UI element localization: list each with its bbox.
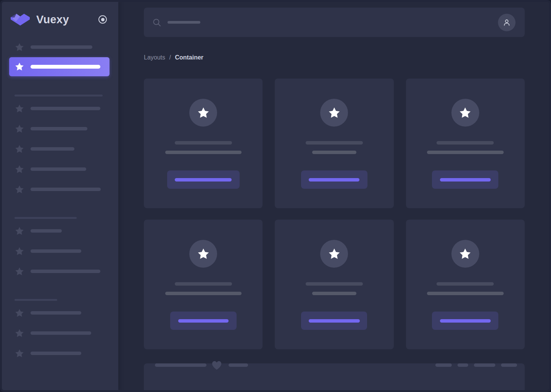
star-icon bbox=[197, 106, 210, 119]
sidebar-item[interactable] bbox=[2, 37, 118, 57]
menu-label-placeholder bbox=[31, 107, 100, 110]
card-title-placeholder bbox=[437, 282, 494, 286]
menu-label-placeholder bbox=[31, 65, 100, 69]
footer-placeholder-bar bbox=[458, 363, 468, 367]
star-icon bbox=[14, 328, 24, 338]
placeholder-card bbox=[275, 79, 393, 208]
menu-label-placeholder bbox=[31, 249, 81, 253]
star-icon bbox=[197, 247, 210, 260]
card-title-placeholder bbox=[306, 282, 363, 286]
brand-title: Vuexy bbox=[36, 13, 98, 26]
sidebar-item[interactable] bbox=[2, 159, 118, 179]
placeholder-card bbox=[406, 79, 525, 208]
card-subtitle-placeholder bbox=[165, 151, 242, 154]
menu-label-placeholder bbox=[31, 311, 81, 315]
star-icon bbox=[14, 104, 24, 114]
sidebar: Vuexy bbox=[2, 2, 118, 390]
menu-label-placeholder bbox=[31, 352, 81, 355]
card-subtitle-placeholder bbox=[165, 292, 242, 295]
menu-label-placeholder bbox=[31, 229, 62, 233]
card-subtitle-placeholder bbox=[312, 292, 356, 295]
sidebar-item[interactable] bbox=[2, 343, 118, 363]
menu-label-placeholder bbox=[31, 45, 92, 49]
menu-section-header-placeholder bbox=[14, 299, 57, 301]
card-title-placeholder bbox=[437, 141, 494, 145]
star-icon bbox=[14, 124, 24, 134]
placeholder-card bbox=[406, 220, 525, 349]
menu-label-placeholder bbox=[31, 127, 87, 130]
card-button-label-placeholder bbox=[175, 178, 232, 182]
card-button-label-placeholder bbox=[309, 178, 359, 182]
menu-label-placeholder bbox=[31, 147, 74, 151]
sidebar-item[interactable] bbox=[2, 323, 118, 343]
breadcrumb-separator: / bbox=[169, 54, 171, 61]
card-button-placeholder[interactable] bbox=[167, 170, 240, 189]
star-icon bbox=[14, 246, 24, 256]
menu-label-placeholder bbox=[31, 167, 86, 171]
card-button-label-placeholder bbox=[309, 319, 360, 323]
card-avatar-circle bbox=[189, 99, 217, 127]
sidebar-item[interactable] bbox=[2, 261, 118, 281]
card-button-label-placeholder bbox=[178, 319, 229, 323]
star-icon bbox=[14, 267, 24, 276]
star-icon bbox=[14, 349, 24, 358]
card-button-label-placeholder bbox=[440, 178, 491, 182]
card-button-placeholder[interactable] bbox=[432, 312, 498, 330]
menu-label-placeholder bbox=[31, 188, 101, 191]
sidebar-item[interactable] bbox=[2, 241, 118, 261]
sidebar-item[interactable] bbox=[2, 303, 118, 323]
menu-label-placeholder bbox=[31, 331, 91, 335]
search-bar[interactable] bbox=[144, 8, 525, 37]
star-icon bbox=[459, 106, 472, 119]
placeholder-card bbox=[144, 79, 263, 208]
sidebar-item[interactable] bbox=[2, 139, 118, 159]
star-icon bbox=[14, 226, 24, 236]
star-icon bbox=[328, 247, 341, 260]
sidebar-item[interactable] bbox=[2, 98, 118, 119]
card-subtitle-placeholder bbox=[312, 151, 356, 154]
breadcrumb-parent[interactable]: Layouts bbox=[144, 54, 165, 61]
card-subtitle-placeholder bbox=[427, 151, 504, 154]
user-avatar[interactable] bbox=[498, 14, 516, 31]
star-icon bbox=[14, 308, 24, 318]
card-avatar-circle bbox=[189, 240, 217, 268]
sidebar-header: Vuexy bbox=[2, 2, 118, 37]
card-button-placeholder[interactable] bbox=[301, 312, 367, 330]
card-avatar-circle bbox=[320, 240, 348, 268]
search-icon bbox=[153, 18, 161, 27]
main-content: Layouts / Container bbox=[118, 2, 549, 390]
star-icon bbox=[328, 106, 341, 119]
breadcrumb-current: Container bbox=[175, 54, 203, 61]
card-avatar-circle bbox=[451, 240, 479, 268]
menu-section-header-placeholder bbox=[14, 95, 103, 96]
record-circle-icon[interactable] bbox=[98, 15, 107, 24]
search-placeholder-bar bbox=[168, 21, 200, 24]
placeholder-card bbox=[275, 220, 393, 349]
footer-right-group bbox=[435, 363, 517, 367]
app-frame: Vuexy bbox=[0, 0, 551, 392]
card-button-placeholder[interactable] bbox=[301, 170, 367, 189]
placeholder-card bbox=[144, 220, 263, 349]
footer-placeholder-bar bbox=[501, 363, 517, 367]
card-button-placeholder[interactable] bbox=[170, 312, 237, 330]
card-title-placeholder bbox=[306, 141, 363, 145]
star-icon bbox=[459, 247, 472, 260]
star-icon bbox=[14, 185, 24, 194]
footer-row bbox=[155, 363, 517, 367]
sidebar-item[interactable] bbox=[2, 221, 118, 241]
sidebar-menu bbox=[2, 37, 118, 363]
sidebar-item[interactable] bbox=[2, 179, 118, 199]
footer-card bbox=[144, 363, 525, 390]
card-button-label-placeholder bbox=[440, 319, 491, 323]
star-icon bbox=[14, 164, 24, 174]
sidebar-item-active[interactable] bbox=[9, 57, 110, 76]
footer-placeholder-bar bbox=[229, 363, 248, 367]
sidebar-item[interactable] bbox=[2, 119, 118, 139]
user-icon bbox=[502, 18, 511, 27]
star-icon bbox=[14, 144, 24, 154]
card-title-placeholder bbox=[175, 141, 232, 145]
breadcrumb: Layouts / Container bbox=[144, 54, 525, 61]
card-button-placeholder[interactable] bbox=[432, 170, 498, 189]
footer-placeholder-bar bbox=[155, 363, 206, 367]
vuexy-logo-icon bbox=[10, 13, 31, 26]
